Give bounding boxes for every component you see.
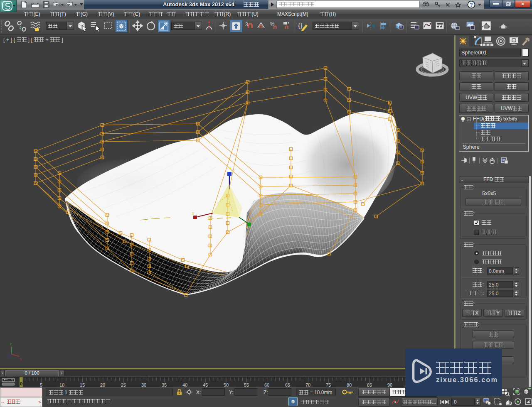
svg-text:10: 10	[59, 382, 64, 387]
svg-text:15: 15	[80, 382, 85, 387]
svg-text:35: 35	[162, 382, 167, 387]
svg-text:20: 20	[100, 382, 105, 387]
svg-text:80: 80	[347, 382, 352, 387]
svg-text:85: 85	[367, 382, 372, 387]
svg-text:75: 75	[326, 382, 331, 387]
svg-text:?: ?	[470, 2, 473, 8]
svg-text:x: x	[20, 357, 22, 361]
svg-text:55: 55	[244, 382, 249, 387]
svg-text:45: 45	[203, 382, 208, 387]
svg-text:70: 70	[305, 382, 310, 387]
svg-text:25: 25	[121, 382, 126, 387]
svg-text:40: 40	[182, 382, 187, 387]
svg-text:50: 50	[224, 382, 229, 387]
svg-text:60: 60	[264, 382, 269, 387]
svg-text:{}: {}	[298, 22, 303, 29]
svg-text:90: 90	[387, 382, 392, 387]
svg-text:65: 65	[285, 382, 290, 387]
svg-text:0: 0	[20, 381, 22, 386]
svg-text:z: z	[10, 342, 12, 346]
svg-text:3: 3	[245, 22, 248, 27]
svg-text:5: 5	[40, 382, 42, 387]
svg-text:x: x	[192, 211, 194, 216]
svg-text:30: 30	[141, 382, 146, 387]
